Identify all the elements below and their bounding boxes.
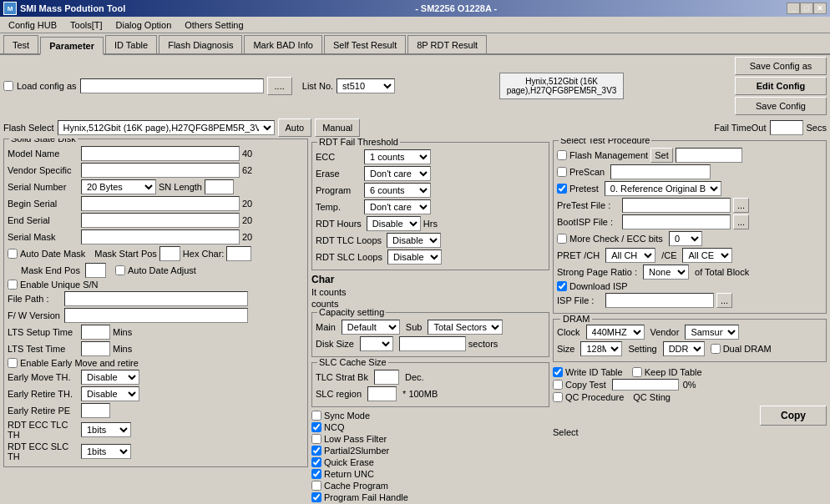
partial2-checkbox[interactable]	[311, 446, 321, 456]
boot-isp-input[interactable]: BootISP2256.bin	[622, 214, 731, 229]
tab-id-table[interactable]: ID Table	[105, 35, 157, 53]
quick-erase-checkbox[interactable]	[311, 457, 321, 467]
early-retire-th-select[interactable]: Disable	[81, 386, 139, 401]
begin-serial-input[interactable]: AA000000000000001664	[81, 196, 240, 211]
close-button[interactable]: ✕	[813, 3, 827, 14]
flash-select-label: Flash Select	[3, 123, 54, 133]
serial-num-label: Serial Number	[8, 182, 78, 192]
early-retire-pe-input[interactable]: 0	[81, 403, 110, 418]
end-serial-input[interactable]: AA9999999999999999999	[81, 213, 240, 228]
tab-self-test[interactable]: Self Test Result	[324, 35, 406, 53]
tab-test[interactable]: Test	[3, 35, 38, 53]
pretest-file-browse[interactable]: ...	[733, 198, 749, 213]
vendor-dram-select[interactable]: Samsun	[685, 325, 739, 340]
copy-test-checkbox[interactable]	[553, 380, 563, 390]
isp-file-input[interactable]: ISP2256.bin	[605, 293, 714, 308]
pretest-file-input[interactable]: PTEST2256.bin	[622, 198, 731, 213]
pretest-checkbox[interactable]	[557, 184, 567, 194]
isp-file-browse[interactable]: ...	[716, 293, 732, 308]
maximize-button[interactable]: □	[800, 3, 813, 14]
fail-timeout-input[interactable]: 600	[770, 120, 803, 135]
menu-dialog-option[interactable]: Dialog Option	[109, 17, 179, 33]
tab-8p-rdt[interactable]: 8P RDT Result	[407, 35, 487, 53]
model-name-input[interactable]: ST-510 PRO	[81, 146, 240, 161]
auto-button[interactable]: Auto	[278, 118, 312, 137]
rdt-hours-select[interactable]: Disable	[367, 216, 421, 231]
keep-id-checkbox[interactable]	[632, 367, 642, 377]
program-fail-checkbox[interactable]	[311, 492, 321, 502]
strong-page-select[interactable]: None	[643, 265, 689, 280]
write-id-checkbox[interactable]	[553, 367, 563, 377]
pret-ch-select[interactable]: All CH	[605, 248, 655, 263]
mask-end-pos-input[interactable]: 10	[85, 263, 106, 278]
ecc-select[interactable]: 1 counts	[364, 149, 431, 164]
hex-char-input[interactable]	[226, 246, 251, 261]
cache-program-checkbox[interactable]	[311, 481, 321, 491]
copy-button[interactable]: Copy	[760, 406, 827, 426]
flash-mgmt-checkbox[interactable]	[557, 150, 567, 160]
erase-select[interactable]: Don't care	[364, 166, 431, 181]
edit-config-button[interactable]: Edit Config	[735, 77, 827, 95]
more-check-select[interactable]: 0	[669, 231, 702, 246]
menu-others-setting[interactable]: Others Setting	[178, 17, 250, 33]
menu-tools[interactable]: Tools[T]	[63, 17, 109, 33]
enable-early-checkbox[interactable]	[8, 358, 18, 368]
rdt-tlc-loops-select[interactable]: Disable	[387, 233, 441, 248]
fw-version-input[interactable]	[64, 308, 248, 323]
temp-select[interactable]: Don't care	[364, 199, 431, 214]
ncq-checkbox[interactable]	[311, 422, 321, 432]
load-config-input[interactable]: C:\Users\Administrator\Desktop\联想固态硬盘量产工…	[80, 78, 264, 93]
auto-date-mask-checkbox[interactable]	[8, 249, 18, 259]
prescan-input[interactable]	[610, 164, 711, 179]
flash-mgmt-set-button[interactable]: Set	[650, 148, 673, 163]
dual-dram-checkbox[interactable]	[711, 344, 721, 354]
rdt-ecc-tlc-select[interactable]: 1bits	[81, 422, 131, 437]
tlc-strat-input[interactable]: 0	[374, 370, 399, 385]
disk-size-select[interactable]	[360, 336, 393, 351]
more-check-checkbox[interactable]	[557, 234, 567, 244]
rdt-slc-loops-select[interactable]: Disable	[387, 249, 442, 265]
return-unc-checkbox[interactable]	[311, 469, 321, 479]
low-pass-checkbox[interactable]	[311, 434, 321, 444]
tab-flash-diagnosis[interactable]: Flash Diagnosis	[159, 35, 242, 53]
pretest-select[interactable]: 0. Reference Original Bad	[605, 181, 721, 196]
manual-button[interactable]: Manual	[315, 118, 360, 137]
prescan-checkbox[interactable]	[557, 167, 567, 177]
clock-select[interactable]: 440MHZ	[586, 325, 645, 340]
sync-mode-checkbox[interactable]	[311, 411, 321, 421]
tab-parameter[interactable]: Parameter	[40, 37, 104, 55]
serial-mask-input[interactable]: AA################	[81, 229, 240, 244]
vendor-input[interactable]: ST-510 PRO	[81, 163, 240, 178]
size-select[interactable]: 128M	[580, 341, 622, 356]
tab-mark-bad[interactable]: Mark BAD Info	[244, 35, 322, 53]
program-select[interactable]: 6 counts	[364, 183, 431, 198]
lts-setup-input[interactable]: 70	[81, 325, 110, 340]
file-path-input[interactable]	[64, 291, 248, 306]
setting-select[interactable]: DDR3	[663, 341, 705, 356]
flash-mgmt-input[interactable]	[676, 148, 742, 163]
save-config-as-button[interactable]: Save Config as	[735, 57, 827, 75]
early-move-select[interactable]: Disable	[81, 370, 139, 385]
browse-button[interactable]: ....	[267, 77, 292, 95]
capacity-main-select[interactable]: Default	[342, 320, 400, 335]
flash-select-dropdown[interactable]: Hynix,512Gbit (16K page),H27QFG8PEM5R_3V…	[58, 120, 275, 135]
load-config-checkbox[interactable]	[3, 81, 13, 91]
rdt-ecc-slc-select[interactable]: 1bits	[81, 444, 131, 459]
auto-date-adjust-checkbox[interactable]	[115, 265, 125, 275]
mask-start-pos-input[interactable]: 3	[159, 246, 180, 261]
sn-length-input[interactable]: 20	[205, 179, 234, 194]
download-isp-checkbox[interactable]	[557, 281, 567, 291]
capacity-sub-select[interactable]: Total Sectors	[428, 320, 503, 335]
list-no-select[interactable]: st510	[337, 78, 395, 93]
menu-config-hub[interactable]: Config HUB	[2, 17, 63, 33]
ce-select[interactable]: All CE	[682, 248, 732, 263]
qc-procedure-checkbox[interactable]	[553, 392, 563, 402]
disk-size-num-input[interactable]: 734003200	[399, 336, 466, 351]
serial-num-select[interactable]: 20 Bytes	[81, 179, 156, 194]
minimize-button[interactable]: _	[787, 3, 800, 14]
lts-test-input[interactable]: 110	[81, 341, 110, 356]
enable-unique-checkbox[interactable]	[8, 280, 18, 290]
save-config-button[interactable]: Save Config	[735, 97, 827, 115]
boot-isp-browse[interactable]: ...	[733, 214, 749, 229]
slc-region-input[interactable]: 30	[367, 386, 397, 401]
